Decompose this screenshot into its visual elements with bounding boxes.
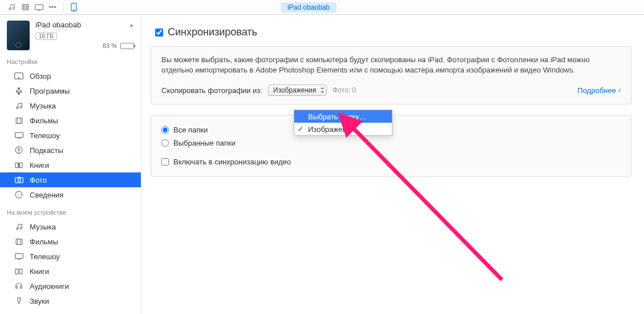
films-icon <box>14 116 24 125</box>
sidebar-label: Подкасты <box>30 146 63 155</box>
device-capacity: 16 ГБ <box>35 33 57 40</box>
sidebar-item-books[interactable]: Книги <box>0 158 141 172</box>
books-icon <box>14 267 24 276</box>
music-icon <box>14 101 24 110</box>
sidebar-item-overview[interactable]: Обзор <box>0 69 141 83</box>
svg-point-0 <box>9 8 10 10</box>
more-link[interactable]: Подробнее › <box>578 86 621 95</box>
music-icon <box>14 222 24 231</box>
radio-all-folders[interactable] <box>161 126 169 134</box>
sidebar-label: Сведения <box>30 191 63 199</box>
chevron-right-icon: › <box>618 86 621 94</box>
device-tab-icon[interactable] <box>67 2 80 13</box>
svg-rect-19 <box>16 239 22 244</box>
select-arrows-icon: ▴▾ <box>322 86 324 94</box>
svg-point-1 <box>13 7 14 9</box>
panel-description: Вы можете выбрать, какие фотографии с ко… <box>161 55 621 75</box>
sidebar-item-podcasts[interactable]: Подкасты <box>0 143 141 158</box>
eject-icon[interactable]: ▲ <box>129 22 134 28</box>
svg-point-17 <box>16 228 18 230</box>
sidebar-label: Книги <box>30 161 49 170</box>
audiobooks-icon <box>14 281 24 291</box>
sidebar-label: Аудиокниги <box>30 282 69 291</box>
apps-icon <box>14 86 24 95</box>
device-pill[interactable]: iPad obaobab <box>281 2 337 13</box>
dropdown-choose-folder[interactable]: Выбрать папку… <box>294 110 392 123</box>
movies-tab-icon[interactable] <box>18 2 32 13</box>
music-tab-icon[interactable] <box>5 2 18 13</box>
overview-icon <box>14 71 24 80</box>
svg-point-18 <box>20 227 22 229</box>
info-icon <box>14 190 24 199</box>
sidebar-item-info[interactable]: Сведения <box>0 187 141 202</box>
device-item-books[interactable]: Книги <box>0 264 141 279</box>
device-item-sounds[interactable]: Звуки <box>0 293 141 308</box>
sidebar-item-apps[interactable]: Программы <box>0 83 141 98</box>
sidebar-label: Телешоу <box>30 252 60 261</box>
section-ondevice-title: На моем устройстве <box>0 207 141 219</box>
device-header: iPad obaobab ▲ 16 ГБ 83 % <box>0 15 141 56</box>
svg-rect-10 <box>16 118 22 123</box>
device-item-music[interactable]: Музыка <box>0 219 141 234</box>
source-dropdown: Выбрать папку… ✓ Изображения <box>294 110 392 136</box>
toolbar: ••• iPad obaobab <box>0 0 644 15</box>
sidebar-item-tvshows[interactable]: Телешоу <box>0 128 141 143</box>
sidebar-item-films[interactable]: Фильмы <box>0 113 141 128</box>
battery-icon <box>120 43 134 49</box>
sidebar: iPad obaobab ▲ 16 ГБ 83 % Настройки Обзо… <box>0 15 141 314</box>
device-item-films[interactable]: Фильмы <box>0 234 141 249</box>
sidebar-label: Телешоу <box>30 131 60 140</box>
sidebar-label: Программы <box>30 87 70 95</box>
tv-icon <box>14 131 24 140</box>
source-select[interactable]: Изображения ▴▾ <box>268 84 327 96</box>
sync-checkbox[interactable] <box>155 29 163 37</box>
include-video-label: Включать в синхронизацию видео <box>173 158 291 166</box>
sidebar-label: Звуки <box>30 297 49 305</box>
device-item-audiobooks[interactable]: Аудиокниги <box>0 279 141 293</box>
copy-from-label: Скопировать фотографии из: <box>161 86 262 95</box>
svg-point-7 <box>18 78 19 78</box>
sidebar-item-photos[interactable]: Фото <box>0 172 141 187</box>
more-tab-icon[interactable]: ••• <box>46 2 59 13</box>
sounds-icon <box>14 296 24 305</box>
books-icon <box>14 160 24 170</box>
sidebar-label: Музыка <box>30 223 56 231</box>
svg-point-13 <box>18 149 19 150</box>
include-video-checkbox[interactable] <box>161 158 169 166</box>
battery-percent: 83 % <box>103 42 117 49</box>
svg-rect-11 <box>15 132 23 138</box>
sidebar-label: Фото <box>30 176 47 184</box>
svg-point-5 <box>73 10 74 10</box>
sidebar-label: Фильмы <box>30 237 58 246</box>
podcasts-icon <box>14 146 24 155</box>
sidebar-item-music[interactable]: Музыка <box>0 98 141 113</box>
tv-tab-icon[interactable] <box>32 2 46 13</box>
svg-point-15 <box>18 179 21 182</box>
dropdown-images[interactable]: ✓ Изображения <box>294 123 392 135</box>
copy-panel: Вы можете выбрать, какие фотографии с ко… <box>151 46 631 104</box>
photos-icon <box>14 175 24 184</box>
photo-count: Фото: 0 <box>333 86 356 94</box>
svg-point-8 <box>16 107 18 108</box>
section-settings-title: Настройки <box>0 56 141 69</box>
svg-rect-20 <box>15 253 23 259</box>
svg-rect-3 <box>35 5 43 10</box>
svg-rect-2 <box>22 5 29 10</box>
sidebar-label: Музыка <box>30 102 56 110</box>
tv-icon <box>14 252 24 261</box>
check-icon: ✓ <box>298 125 303 133</box>
sidebar-label: Фильмы <box>30 116 58 125</box>
sidebar-label: Книги <box>30 267 49 276</box>
toolbar-center: iPad obaobab <box>80 2 537 13</box>
sidebar-label: Обзор <box>30 72 51 80</box>
radio-selected-folders[interactable] <box>161 139 169 147</box>
radio-selected-label: Выбранные папки <box>173 139 236 147</box>
device-item-tvshows[interactable]: Телешоу <box>0 249 141 264</box>
source-selected-value: Изображения <box>273 86 316 94</box>
svg-point-9 <box>20 106 22 108</box>
radio-all-label: Все папки <box>173 126 208 134</box>
films-icon <box>14 237 24 246</box>
main-content: Синхронизировать Вы можете выбрать, каки… <box>141 15 644 314</box>
sync-title: Синхронизировать <box>168 26 257 38</box>
device-name: iPad obaobab <box>35 21 81 29</box>
